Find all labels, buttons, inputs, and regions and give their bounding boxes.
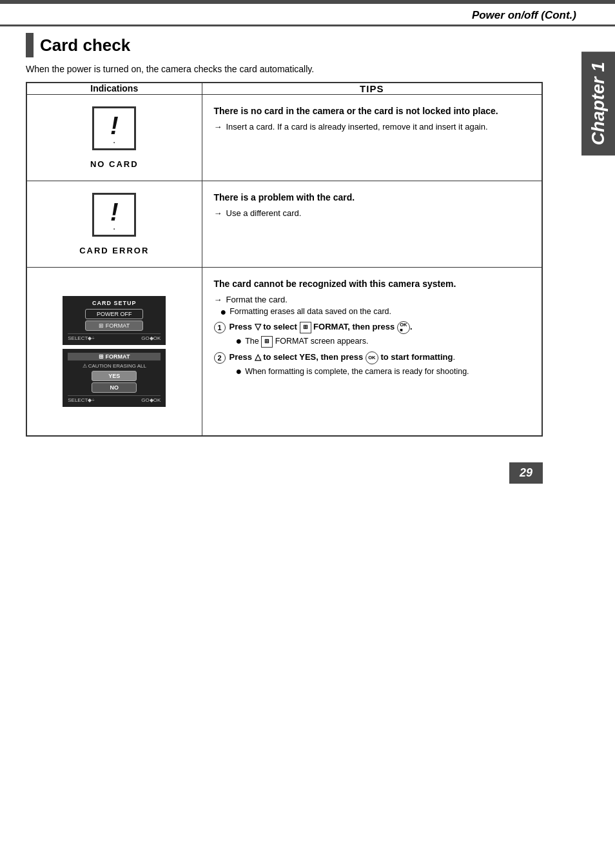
step-1-sub: The ⊞ FORMAT screen appears. — [245, 336, 368, 348]
tips-cell-1: There is no card in the camera or the ca… — [202, 95, 542, 181]
table-row: ! . NO CARD There is no card in the came… — [26, 95, 542, 181]
caution-text: ⚠ CAUTION ERASING ALL — [68, 363, 161, 369]
warn-icon-inner-2: ! . — [110, 199, 119, 231]
card-error-label: CARD ERROR — [79, 246, 149, 255]
arrow-icon-1: → — [214, 122, 222, 132]
no-btn: NO — [92, 382, 137, 393]
tips-arrow-text-2: Use a different card. — [226, 208, 302, 218]
tips-arrow-row-1: → Insert a card. If a card is already in… — [214, 122, 531, 132]
select-label-2: SELECT◆÷ — [68, 397, 95, 403]
format-icon-1: ⊞ — [300, 322, 311, 333]
go-label-2: GO◆OK — [141, 397, 161, 403]
step-1-content: Press ▽ to select ⊞ FORMAT, then press O… — [229, 321, 531, 348]
camera-screen-1: CARD SETUP POWER OFF ⊞ FORMAT SELECT◆÷ G… — [63, 296, 166, 345]
table-row: CARD SETUP POWER OFF ⊞ FORMAT SELECT◆÷ G… — [26, 268, 542, 437]
tips-bullet-1: ● Formatting erases all data saved on th… — [220, 307, 531, 317]
camera-screen2-title: ⊞ FORMAT — [68, 353, 161, 360]
arrow-icon-2: → — [214, 208, 222, 218]
indication-content-3: CARD SETUP POWER OFF ⊞ FORMAT SELECT◆÷ G… — [27, 268, 202, 435]
header-title: Power on/off (Cont.) — [472, 9, 576, 22]
indication-content-2: ! . CARD ERROR — [27, 181, 202, 267]
table-row: ! . CARD ERROR There is a problem with t… — [26, 181, 542, 268]
bullet-dot-step2: ● — [236, 366, 242, 377]
tips-bullet-step1: ● The ⊞ FORMAT screen appears. — [236, 336, 531, 348]
tips-content-1: There is no card in the camera or the ca… — [202, 95, 542, 144]
chapter-tab: Chapter 1 — [581, 52, 615, 155]
step-2-sub: When formatting is complete, the camera … — [245, 366, 469, 378]
select-label-1: SELECT◆÷ — [68, 335, 95, 341]
step-circle-1: 1 — [214, 322, 226, 333]
camera-bottom-bar-1: SELECT◆÷ GO◆OK — [68, 333, 161, 341]
chapter-label: Chapter 1 — [588, 62, 609, 145]
tips-arrow-text-3: Format the card. — [226, 295, 288, 304]
format-icon-2: ⊞ — [261, 336, 273, 348]
bullet-dot-step1: ● — [236, 336, 242, 346]
step-circle-2: 2 — [214, 352, 226, 364]
warn-icon-inner: ! . — [110, 112, 119, 144]
tips-bullet-step2: ● When formatting is complete, the camer… — [236, 366, 531, 378]
page-content: Card check When the power is turned on, … — [0, 26, 581, 449]
section-title-bar — [26, 33, 34, 57]
tips-numbered: 1 Press ▽ to select ⊞ FORMAT, then press… — [214, 321, 531, 378]
go-label-1: GO◆OK — [141, 335, 161, 341]
indication-cell-1: ! . NO CARD — [26, 95, 202, 181]
section-intro: When the power is turned on, the camera … — [26, 64, 543, 74]
tips-cell-3: The card cannot be recognized with this … — [202, 268, 542, 437]
tips-arrow-row-2: → Use a different card. — [214, 208, 531, 218]
tips-step-1: 1 Press ▽ to select ⊞ FORMAT, then press… — [214, 321, 531, 348]
arrow-icon-3: → — [214, 295, 222, 304]
tips-title-3: The card cannot be recognized with this … — [214, 278, 531, 291]
tips-title-1: There is no card in the camera or the ca… — [214, 105, 531, 118]
tips-content-2: There is a problem with the card. → Use … — [202, 181, 542, 231]
ok-circle-2: OK — [366, 351, 378, 364]
tips-arrow-text-1: Insert a card. If a card is already inse… — [226, 122, 488, 132]
indication-cell-2: ! . CARD ERROR — [26, 181, 202, 268]
bullet-dot-1: ● — [220, 307, 227, 317]
power-off-btn: POWER OFF — [85, 309, 143, 319]
page-number-box: 29 — [509, 462, 543, 484]
camera-bottom-bar-2: SELECT◆÷ GO◆OK — [68, 395, 161, 403]
header-title-row: Power on/off (Cont.) — [0, 4, 615, 26]
tips-content-3: The card cannot be recognized with this … — [202, 268, 542, 391]
indication-cell-3: CARD SETUP POWER OFF ⊞ FORMAT SELECT◆÷ G… — [26, 268, 202, 437]
indication-content-1: ! . NO CARD — [27, 95, 202, 181]
th-tips: TIPS — [202, 83, 542, 95]
tips-title-2: There is a problem with the card. — [214, 192, 531, 204]
warn-icon-no-card: ! . — [92, 106, 136, 150]
th-indications: Indications — [26, 83, 202, 95]
format-btn-1: ⊞ FORMAT — [85, 321, 143, 331]
yes-btn: YES — [92, 371, 137, 381]
no-card-label: NO CARD — [90, 159, 139, 169]
step-2-content: Press △ to select YES, then press OK to … — [229, 351, 531, 378]
section-title-row: Card check — [26, 33, 543, 57]
warn-icon-card-error: ! . — [92, 193, 136, 237]
camera-screen-title-1: CARD SETUP — [68, 300, 161, 306]
step-2-bold: Press △ to select YES, then press OK to … — [229, 352, 453, 362]
camera-screen-2: ⊞ FORMAT ⚠ CAUTION ERASING ALL YES NO SE… — [63, 349, 166, 407]
main-table: Indications TIPS ! . NO CARD — [26, 82, 543, 437]
tips-step-2: 2 Press △ to select YES, then press OK t… — [214, 351, 531, 378]
tips-bullet-text-1: Formatting erases all data saved on the … — [229, 307, 391, 316]
ok-circle-1: OK■ — [397, 321, 410, 334]
tips-arrow-row-3: → Format the card. — [214, 295, 531, 304]
step-1-bold: Press ▽ to select ⊞ FORMAT, then press O… — [229, 322, 413, 331]
page-number-row: 29 — [0, 449, 581, 497]
tips-cell-2: There is a problem with the card. → Use … — [202, 181, 542, 268]
section-title: Card check — [40, 35, 130, 55]
